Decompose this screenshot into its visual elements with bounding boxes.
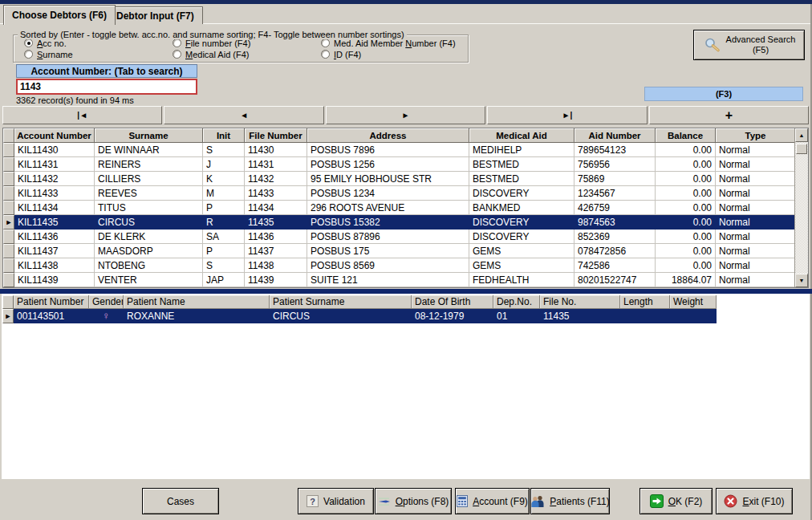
table-row[interactable]: KIL11433REEVESM11433POSBUS 1234DISCOVERY…	[3, 186, 808, 201]
patients-button[interactable]: Patients (F11)	[530, 488, 610, 514]
radio-surname[interactable]: Surname	[24, 49, 73, 59]
cell: 11439	[245, 273, 307, 287]
cell: 0.00	[656, 186, 716, 201]
column-header: Type	[716, 128, 796, 143]
radio-circle	[321, 50, 330, 59]
radio-label: Med. Aid Member Number (F4)	[334, 39, 456, 48]
scroll-up-button[interactable]: ▲	[795, 128, 808, 142]
column-header: Address	[307, 128, 469, 143]
advanced-search-button[interactable]: Advanced Search (F5)	[693, 30, 805, 60]
calculator-icon	[457, 495, 468, 507]
patient-table-header: Patient NumberGenderPatient NamePatient …	[2, 295, 717, 309]
table-row[interactable]: KIL11432CILLIERSK1143295 EMILY HOBHOUSE …	[3, 172, 808, 186]
cell: KIL11436	[14, 230, 95, 244]
ok-arrow-icon	[650, 494, 664, 508]
cell: 08-12-1979	[412, 309, 493, 323]
validation-button-label: Validation	[323, 496, 365, 507]
f3-button[interactable]: (F3)	[644, 87, 803, 101]
cell: GEMS	[469, 258, 574, 273]
radio-label: Medical Aid (F4)	[185, 50, 249, 59]
cell: 078472856	[574, 244, 656, 258]
column-header: Patient Surname	[270, 295, 412, 309]
next-record-button[interactable]: ►	[326, 106, 485, 124]
exit-button[interactable]: Exit (F10)	[716, 488, 793, 514]
cell: BESTMED	[469, 172, 574, 186]
validation-button[interactable]: ? Validation	[298, 488, 374, 514]
column-header: File Number	[245, 128, 307, 143]
cell: KIL11439	[14, 273, 95, 287]
exit-close-icon	[724, 494, 737, 508]
cell: Normal	[716, 215, 796, 230]
question-icon: ?	[307, 495, 319, 507]
cell: CIRCUS	[270, 309, 412, 323]
ok-button-label: OK (F2)	[668, 496, 703, 507]
table-row[interactable]: ►KIL11435CIRCUSR11435POSBUS 15382DISCOVE…	[3, 215, 808, 230]
tab-debtor-input[interactable]: Debtor Input (F7)	[108, 6, 203, 24]
cell: POSBUS 7896	[307, 143, 469, 157]
cell: KIL11434	[14, 201, 95, 215]
scrollbar-thumb[interactable]	[796, 144, 807, 154]
cell: 95 EMILY HOBHOUSE STR	[307, 172, 469, 186]
scroll-down-button[interactable]: ▼	[795, 274, 808, 287]
column-header: Account Number	[14, 128, 95, 143]
options-button[interactable]: Options (F8)	[375, 488, 452, 514]
add-record-button[interactable]: +	[649, 106, 809, 124]
pen-options-icon	[378, 497, 391, 506]
radio-medical-aid[interactable]: Medical Aid (F4)	[173, 49, 249, 59]
cell: 0.00	[656, 143, 716, 157]
cell: 11434	[245, 201, 307, 215]
column-header: Dep.No.	[493, 295, 540, 309]
account-button[interactable]: Account (F9)	[455, 488, 530, 514]
row-indicator	[3, 244, 14, 258]
cell: 789654123	[574, 143, 656, 157]
cases-button[interactable]: Cases	[142, 488, 219, 514]
cell	[670, 309, 717, 323]
cell: CIRCUS	[95, 215, 203, 230]
radio-id[interactable]: ID (F4)	[321, 49, 361, 59]
cell: POSBUS 8569	[307, 258, 469, 273]
cell: KIL11437	[14, 244, 95, 258]
radio-circle	[24, 39, 33, 47]
vertical-scrollbar[interactable]: ▲ ▼	[794, 128, 808, 287]
last-record-button[interactable]: ►|	[487, 106, 647, 124]
column-header: File No.	[540, 295, 620, 309]
cell: SA	[203, 230, 245, 244]
cell	[620, 309, 670, 323]
cell: SUITE 121	[307, 273, 469, 287]
cell: MEDIHELP	[469, 143, 574, 157]
first-record-button[interactable]: |◄	[2, 106, 162, 124]
cell: S	[203, 258, 245, 273]
column-header: Weight	[670, 295, 717, 309]
cell: FEDHEALTH	[469, 273, 574, 287]
previous-record-button[interactable]: ◄	[164, 106, 323, 124]
ok-button[interactable]: OK (F2)	[639, 488, 713, 514]
table-row[interactable]: KIL11436DE KLERKSA11436POSBUS 87896DISCO…	[3, 230, 808, 244]
records-found-status: 3362 record(s) found in 94 ms	[16, 95, 134, 105]
cell: 11436	[245, 230, 307, 244]
row-indicator	[3, 186, 14, 201]
account-number-input[interactable]	[16, 79, 197, 95]
table-row[interactable]: KIL11430DE WINNAARS11430POSBUS 7896MEDIH…	[3, 143, 808, 157]
table-row[interactable]: KIL11437MAASDORPP11437POSBUS 175GEMS0784…	[3, 244, 808, 258]
cell: KIL11433	[14, 186, 95, 201]
table-row[interactable]: ►001143501♀ROXANNECIRCUS08-12-1979011143…	[2, 309, 717, 323]
cell: POSBUS 87896	[307, 230, 469, 244]
cell: 01	[493, 309, 540, 323]
tab-choose-debtors[interactable]: Choose Debtors (F6)	[3, 5, 116, 25]
cell: REEVES	[95, 186, 203, 201]
cell: 0.00	[656, 201, 716, 215]
cell: 0.00	[656, 230, 716, 244]
table-row[interactable]: KIL11434TITUSP11434296 ROOTS AVENUEBANKM…	[3, 201, 808, 215]
table-row[interactable]: KIL11439VENTERJAP11439SUITE 121FEDHEALTH…	[3, 273, 808, 287]
cell: Normal	[716, 244, 796, 258]
table-row[interactable]: KIL11438NTOBENGS11438POSBUS 8569GEMS7425…	[3, 258, 808, 273]
table-row[interactable]: KIL11431REINERSJ11431POSBUS 1256BESTMED7…	[3, 157, 808, 172]
row-indicator: ►	[2, 309, 14, 323]
cell: KIL11430	[14, 143, 95, 157]
cell: 756956	[574, 157, 656, 172]
cell: 852369	[574, 230, 656, 244]
cell: POSBUS 1234	[307, 186, 469, 201]
row-indicator	[3, 201, 14, 215]
patients-people-icon	[530, 495, 545, 507]
options-button-label: Options (F8)	[396, 496, 449, 507]
